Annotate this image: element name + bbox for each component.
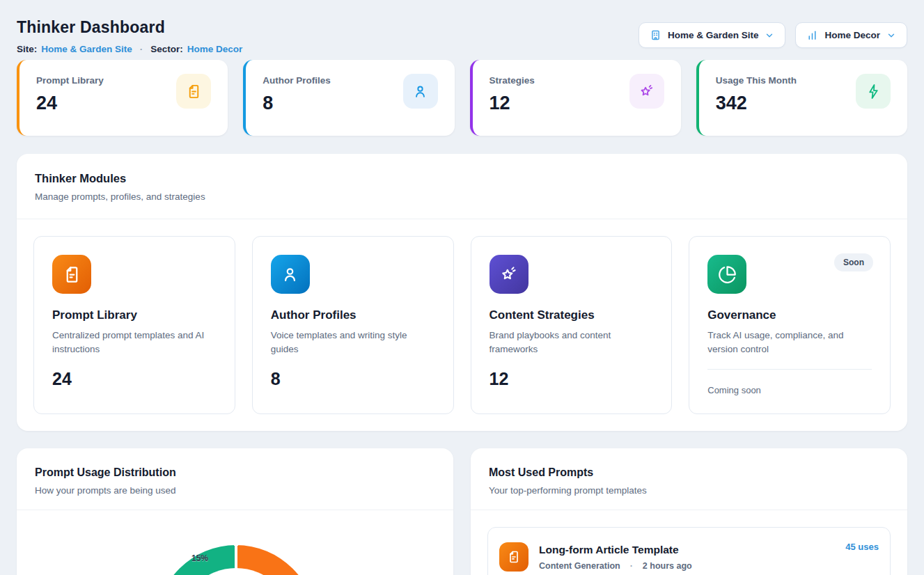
module-count: 12 <box>490 369 654 389</box>
modules-grid: Prompt Library Centralized prompt templa… <box>17 219 907 431</box>
module-card-author-profiles[interactable]: Author Profiles Voice templates and writ… <box>252 236 454 414</box>
stat-icon-box <box>629 74 664 109</box>
card-title: Most Used Prompts <box>489 466 889 479</box>
page-header: Thinker Dashboard Site: Home & Garden Si… <box>17 17 907 54</box>
card-title: Prompt Usage Distribution <box>35 466 435 479</box>
panel-title: Thinker Modules <box>35 172 889 185</box>
stat-card-author-profiles: Author Profiles 8 <box>243 60 454 136</box>
sector-link[interactable]: Home Decor <box>187 44 243 54</box>
module-title: Content Strategies <box>490 308 654 322</box>
document-icon <box>186 84 202 100</box>
bottom-row: Prompt Usage Distribution How your promp… <box>17 448 907 575</box>
prompt-list: Long-form Article Template Content Gener… <box>471 510 907 575</box>
dot-separator: · <box>140 44 143 54</box>
building-icon <box>650 29 661 41</box>
card-subtitle: Your top-performing prompt templates <box>489 485 889 496</box>
donut-chart-area: 15% <box>17 510 453 575</box>
soon-badge: Soon <box>834 253 873 271</box>
panel-subtitle: Manage prompts, profiles, and strategies <box>35 191 889 202</box>
site-link[interactable]: Home & Garden Site <box>41 44 132 54</box>
thinker-modules-panel: Thinker Modules Manage prompts, profiles… <box>17 154 907 431</box>
module-footer-text: Coming soon <box>707 369 872 395</box>
module-card-content-strategies[interactable]: Content Strategies Brand playbooks and c… <box>471 236 673 414</box>
site-sector-line: Site: Home & Garden Site · Sector: Home … <box>17 44 242 54</box>
module-description: Centralized prompt templates and AI inst… <box>52 329 217 357</box>
prompt-list-item[interactable]: Long-form Article Template Content Gener… <box>487 527 891 575</box>
person-icon <box>271 255 310 294</box>
module-card-governance[interactable]: Soon Governance Track AI usage, complian… <box>689 236 891 414</box>
most-used-prompts-card: Most Used Prompts Your top-performing pr… <box>471 448 907 575</box>
header-actions: Home & Garden Site Home Decor <box>639 22 907 48</box>
module-count: 8 <box>271 369 435 389</box>
page-title: Thinker Dashboard <box>17 18 242 37</box>
module-description: Voice templates and writing style guides <box>271 329 435 357</box>
prompt-info: Long-form Article Template Content Gener… <box>539 544 835 571</box>
stat-icon-box <box>176 74 211 109</box>
module-title: Governance <box>707 308 872 322</box>
person-icon <box>412 84 428 100</box>
prompt-category: Content Generation <box>539 561 620 571</box>
usage-distribution-card: Prompt Usage Distribution How your promp… <box>17 448 453 575</box>
sparkle-star-icon <box>639 84 655 100</box>
lightning-icon <box>866 84 882 100</box>
stats-row: Prompt Library 24 Author Profiles 8 <box>17 60 907 136</box>
stat-icon-box <box>856 74 891 109</box>
site-label: Site: <box>17 44 37 54</box>
module-title: Author Profiles <box>271 308 435 322</box>
stat-card-usage: Usage This Month 342 <box>696 60 907 136</box>
prompt-time: 2 hours ago <box>643 561 692 571</box>
stat-icon-box <box>403 74 438 109</box>
module-description: Track AI usage, compliance, and version … <box>707 329 872 357</box>
header-left: Thinker Dashboard Site: Home & Garden Si… <box>17 17 242 54</box>
sparkle-star-icon <box>490 255 528 294</box>
prompt-uses-badge: 45 uses <box>845 542 879 552</box>
dashboard-page: Thinker Dashboard Site: Home & Garden Si… <box>0 0 924 575</box>
donut-segment-label: 15% <box>191 553 208 563</box>
chevron-down-icon <box>886 31 896 40</box>
prompt-title: Long-form Article Template <box>539 544 835 556</box>
prompt-meta: Content Generation · 2 hours ago <box>539 561 835 571</box>
site-selector-label: Home & Garden Site <box>668 30 759 40</box>
module-description: Brand playbooks and content frameworks <box>490 329 654 357</box>
sector-label: Sector: <box>150 44 183 54</box>
document-icon <box>52 255 91 294</box>
dot-separator: · <box>630 561 633 571</box>
card-header: Prompt Usage Distribution How your promp… <box>17 448 453 510</box>
card-header: Most Used Prompts Your top-performing pr… <box>471 448 907 510</box>
module-card-prompt-library[interactable]: Prompt Library Centralized prompt templa… <box>33 236 235 414</box>
pie-chart-icon <box>707 255 746 294</box>
panel-header: Thinker Modules Manage prompts, profiles… <box>17 154 907 219</box>
usage-donut <box>156 545 316 575</box>
stat-card-prompt-library: Prompt Library 24 <box>17 60 228 136</box>
sector-selector-button[interactable]: Home Decor <box>795 22 907 48</box>
chevron-down-icon <box>765 31 774 40</box>
document-icon <box>499 542 528 572</box>
sector-selector-label: Home Decor <box>824 30 880 40</box>
card-subtitle: How your prompts are being used <box>35 485 435 496</box>
bar-chart-icon <box>806 29 818 41</box>
stat-card-strategies: Strategies 12 <box>470 60 681 136</box>
module-count: 24 <box>52 369 217 389</box>
module-title: Prompt Library <box>52 308 217 322</box>
site-selector-button[interactable]: Home & Garden Site <box>639 22 786 48</box>
